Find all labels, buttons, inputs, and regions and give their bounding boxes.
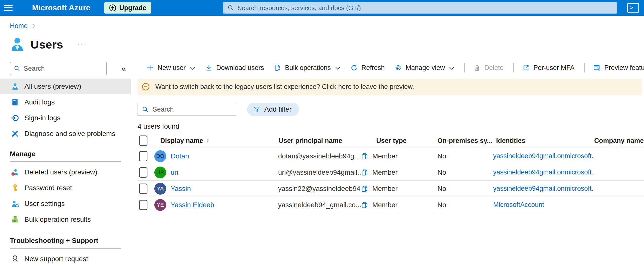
users-icon (9, 36, 25, 52)
cloud-shell-button[interactable]: >_ (627, 3, 639, 12)
search-icon (228, 5, 234, 11)
sidebar-item-all-users[interactable]: All users (preview) (0, 79, 131, 94)
sidebar-section-troubleshooting: Troubleshooting + Support (10, 237, 131, 245)
command-bar: New user Download users (138, 60, 644, 76)
row-checkbox[interactable] (139, 200, 148, 210)
user-principal-name: yassin22@yassineldeeb94... (269, 185, 361, 193)
user-list-search (138, 103, 236, 116)
refresh-label: Refresh (362, 64, 385, 72)
divider (10, 161, 121, 162)
column-header-on-premises[interactable]: On-premises sy... (434, 137, 493, 145)
user-display-name-link[interactable]: Yassin (170, 185, 191, 193)
support-person-icon (11, 255, 19, 263)
identities-link[interactable]: yassineldeeb94gmail.onmicrosoft. (493, 185, 594, 192)
chevron-down-icon (449, 64, 454, 72)
hamburger-icon (4, 5, 12, 11)
sidebar: « All users (preview) (0, 58, 131, 267)
sidebar-item-sign-in-logs[interactable]: Sign-in logs (0, 110, 131, 126)
sidebar-collapse-button[interactable]: « (121, 64, 126, 72)
user-display-name-link[interactable]: uri (170, 169, 178, 176)
external-link-icon (522, 64, 530, 71)
main-content: New user Download users (131, 58, 644, 213)
trash-icon (473, 64, 480, 71)
column-header-company-name[interactable]: Company name (594, 137, 644, 145)
sidebar-item-password-reset[interactable]: Password reset (0, 180, 131, 196)
copy-icon[interactable] (361, 201, 368, 209)
hamburger-menu-button[interactable] (0, 0, 16, 16)
on-premises-sync: No (434, 185, 493, 193)
sidebar-item-label: Diagnose and solve problems (24, 130, 116, 138)
column-header-user-type[interactable]: User type (372, 137, 434, 145)
sidebar-search-input[interactable] (24, 65, 102, 72)
column-header-upn[interactable]: User principal name (269, 137, 361, 145)
identities-link[interactable]: MicrosoftAccount (493, 201, 544, 208)
delete-button[interactable]: Delete (473, 64, 504, 72)
search-icon (142, 106, 149, 113)
toolbar-divider (513, 63, 514, 72)
copy-icon[interactable] (361, 169, 368, 176)
filter-funnel-icon (253, 106, 260, 113)
copy-icon[interactable] (361, 153, 368, 160)
sidebar-item-label: Bulk operation results (24, 216, 91, 224)
preview-features-button[interactable]: Preview features (593, 64, 644, 72)
on-premises-sync: No (434, 152, 493, 160)
sidebar-item-label: User settings (24, 200, 64, 208)
new-user-button[interactable]: New user (146, 64, 195, 72)
add-filter-label: Add filter (264, 105, 292, 113)
new-user-label: New user (158, 64, 186, 72)
search-icon (14, 65, 20, 72)
add-filter-button[interactable]: Add filter (247, 103, 299, 116)
per-user-mfa-button[interactable]: Per-user MFA (522, 64, 574, 72)
arrow-up-circle-icon (109, 4, 116, 11)
column-header-identities[interactable]: Identities (493, 137, 594, 145)
breadcrumb-home-link[interactable]: Home (10, 22, 28, 30)
sidebar-item-label: All users (preview) (24, 82, 81, 90)
global-search-input[interactable] (238, 4, 612, 12)
preview-features-label: Preview features (604, 64, 644, 72)
divider (10, 248, 121, 249)
sidebar-item-label: New support request (24, 255, 88, 263)
user-principal-name: yassineldeeb94_gmail.co... (269, 201, 361, 209)
refresh-button[interactable]: Refresh (350, 64, 385, 72)
download-users-label: Download users (216, 64, 264, 72)
more-options-ellipsis[interactable]: ··· (77, 40, 87, 48)
on-premises-sync: No (434, 169, 493, 176)
copy-icon[interactable] (361, 185, 368, 192)
sidebar-item-bulk-operation-results[interactable]: Bulk operation results (0, 212, 131, 227)
sidebar-item-new-support-request[interactable]: New support request (0, 251, 131, 267)
banner-message[interactable]: Want to switch back to the legacy users … (155, 83, 414, 91)
manage-view-button[interactable]: Manage view (394, 64, 454, 72)
download-icon (205, 64, 212, 71)
breadcrumb: Home (10, 22, 644, 30)
page-title: Users (30, 38, 63, 51)
row-checkbox[interactable] (139, 184, 148, 194)
page-title-row: Users ··· (9, 34, 644, 55)
table-header: Display name ↑ User principal name User … (138, 134, 644, 148)
row-checkbox[interactable] (139, 167, 148, 178)
download-users-button[interactable]: Download users (205, 64, 264, 72)
row-checkbox[interactable] (139, 151, 148, 161)
sidebar-item-label: Password reset (24, 184, 72, 192)
column-header-display-name[interactable]: Display name ↑ (153, 137, 269, 145)
user-display-name-link[interactable]: Dotan (170, 152, 189, 160)
user-display-name-link[interactable]: Yassin Eldeeb (170, 201, 214, 209)
select-all-checkbox[interactable] (139, 135, 148, 146)
upgrade-button[interactable]: Upgrade (104, 2, 152, 13)
user-settings-icon (11, 200, 19, 208)
top-bar: Microsoft Azure Upgrade >_ (0, 0, 644, 16)
bulk-operations-button[interactable]: Bulk operations (274, 64, 340, 72)
avatar: DO (154, 150, 166, 162)
table-row: YE Yassin Eldeeb yassineldeeb94_gmail.co… (138, 197, 644, 213)
brand-microsoft-azure[interactable]: Microsoft Azure (32, 3, 90, 12)
plus-icon (146, 64, 154, 71)
sidebar-item-label: Sign-in logs (24, 114, 60, 122)
identities-link[interactable]: yassineldeeb94gmail.onmicrosoft. (493, 169, 594, 176)
sidebar-item-audit-logs[interactable]: Audit logs (0, 94, 131, 110)
sidebar-item-deleted-users[interactable]: Deleted users (preview) (0, 164, 131, 180)
manage-view-label: Manage view (406, 64, 445, 72)
sidebar-item-user-settings[interactable]: User settings (0, 196, 131, 212)
sidebar-item-diagnose[interactable]: Diagnose and solve problems (0, 126, 131, 142)
user-list-search-input[interactable] (152, 106, 232, 113)
audit-logs-icon (11, 98, 19, 106)
identities-link[interactable]: yassineldeeb94gmail.onmicrosoft. (493, 152, 594, 160)
